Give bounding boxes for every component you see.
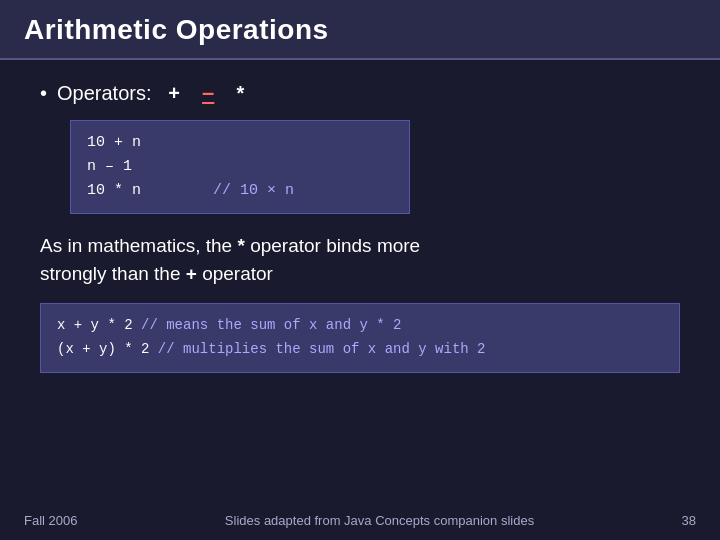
code2-comment-2: // multiplies the sum of x and y with 2 [158, 341, 486, 357]
operator-star: * [237, 82, 245, 104]
code2-line-1: x + y * 2 // means the sum of x and y * … [57, 314, 663, 338]
code2-line-2: (x + y) * 2 // multiplies the sum of x a… [57, 338, 663, 362]
bullet-dot: • [40, 82, 47, 105]
operator-minus: – [202, 80, 214, 105]
slide-content: • Operators: + – * 10 + n n – 1 10 * n [0, 60, 720, 407]
code2-comment-1: // means the sum of x and y * 2 [141, 317, 401, 333]
title-bar: Arithmetic Operations [0, 0, 720, 60]
code-block-2: x + y * 2 // means the sum of x and y * … [40, 303, 680, 373]
bullet-operators: • Operators: + – * [40, 80, 680, 106]
footer: Fall 2006 Slides adapted from Java Conce… [0, 513, 720, 528]
footer-left: Fall 2006 [24, 513, 77, 528]
slide: Arithmetic Operations • Operators: + – *… [0, 0, 720, 540]
description-line2: strongly than the + operator [40, 260, 680, 288]
operators-label: Operators: + – * [57, 80, 244, 106]
code-line-2: n – 1 [87, 155, 393, 179]
description-line1: As in mathematics, the * operator binds … [40, 232, 680, 260]
footer-center: Slides adapted from Java Concepts compan… [225, 513, 534, 528]
footer-right: 38 [682, 513, 696, 528]
operators-prefix: Operators: [57, 82, 151, 104]
code-line-3: 10 * n // 10 × n [87, 179, 393, 203]
code-comment-1-text: // 10 × n [213, 182, 294, 199]
description-block: As in mathematics, the * operator binds … [40, 232, 680, 287]
code-block-1: 10 + n n – 1 10 * n // 10 × n [70, 120, 410, 214]
code-line-1: 10 + n [87, 131, 393, 155]
operator-plus: + [168, 82, 180, 104]
slide-title: Arithmetic Operations [24, 14, 329, 45]
code-comment-1 [150, 182, 204, 199]
